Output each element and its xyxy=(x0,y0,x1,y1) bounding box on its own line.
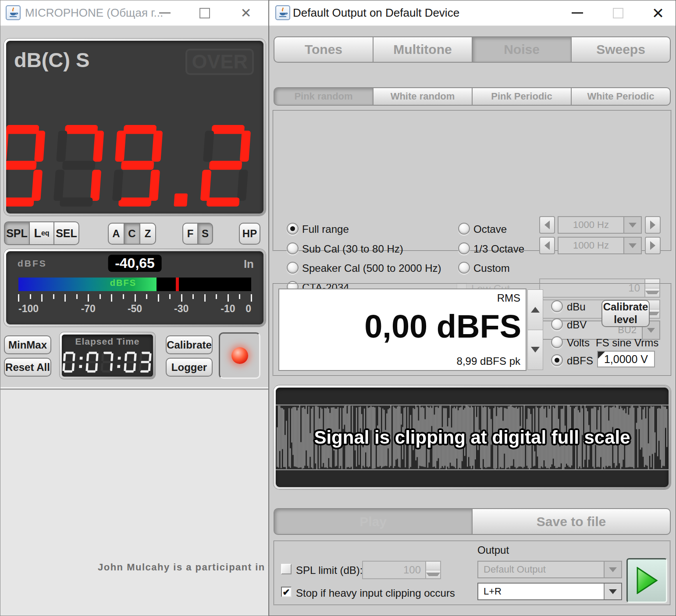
meter-tick-labels: -100 -70 -50 -30 -10 0 xyxy=(18,303,251,314)
stop-clipping-checkbox[interactable]: ✔ xyxy=(281,587,292,597)
dropdown-arrow-icon[interactable] xyxy=(604,584,621,599)
spinner-up-icon xyxy=(531,307,540,313)
third-octave-radio[interactable] xyxy=(458,242,470,254)
third-octave-freq-next-button[interactable] xyxy=(645,237,661,254)
save-to-file-button[interactable]: Save to file xyxy=(472,508,671,535)
spl-limit-spinner[interactable] xyxy=(425,562,440,578)
check-icon: ✔ xyxy=(282,588,290,597)
tab-tones[interactable]: Tones xyxy=(274,36,374,63)
fast-button[interactable]: F xyxy=(182,223,198,245)
dbfs-radio[interactable] xyxy=(551,354,563,366)
fs-sine-vrms-field[interactable]: 1,0000 V xyxy=(597,351,655,367)
elapsed-time-display xyxy=(62,351,153,373)
subtab-white-random[interactable]: White random xyxy=(373,87,473,106)
rms-mode-label: RMS xyxy=(497,292,520,304)
close-icon: ✕ xyxy=(652,6,665,21)
play-button[interactable]: Play xyxy=(274,508,473,535)
octave-freq-combo[interactable]: 1000 Hz xyxy=(558,216,642,234)
third-octave-freq-combo[interactable]: 1000 Hz xyxy=(558,237,642,254)
speaker-cal-radio[interactable] xyxy=(287,262,299,274)
generator-play-button[interactable] xyxy=(626,558,667,603)
tab-multitone[interactable]: Multitone xyxy=(373,36,473,63)
output-device-combo[interactable]: Default Output xyxy=(477,561,622,578)
spl-titlebar[interactable]: MICROPHONE (Общая г... ✕ xyxy=(0,0,268,26)
desktop: MICROPHONE (Общая г... ✕ dB(C) S OVER SP… xyxy=(0,0,676,616)
generator-window-title: Default Output on Default Device xyxy=(293,0,459,25)
sel-mode-button[interactable]: SEL xyxy=(53,221,79,245)
meter-peak-indicator xyxy=(176,278,179,291)
spl-limit-label: SPL limit (dB): xyxy=(296,564,363,577)
subtab-pink-periodic[interactable]: Pink Periodic xyxy=(472,87,572,106)
c-weighting-button[interactable]: C xyxy=(124,223,140,245)
tab-noise[interactable]: Noise xyxy=(472,36,572,63)
elapsed-time-label: Elapsed Time xyxy=(62,336,153,347)
meter-bar-label: dBFS xyxy=(110,278,136,288)
java-app-icon xyxy=(275,5,290,20)
dropdown-arrow-icon[interactable] xyxy=(623,238,641,253)
spl-close-button[interactable]: ✕ xyxy=(236,0,256,25)
a-weighting-button[interactable]: A xyxy=(108,223,125,245)
right-arrow-icon xyxy=(650,221,655,229)
calibrate-level-button[interactable]: Calibratelevel xyxy=(601,300,650,327)
dropdown-arrow-icon[interactable] xyxy=(623,217,641,233)
minmax-button[interactable]: MinMax xyxy=(4,335,51,354)
signal-type-tabs: Tones Multitone Noise Sweeps xyxy=(274,36,671,63)
spl-meter-window: MICROPHONE (Общая г... ✕ dB(C) S OVER SP… xyxy=(0,0,269,616)
dropdown-arrow-icon[interactable] xyxy=(604,562,621,577)
generator-window: Default Output on Default Device ✕ Tones… xyxy=(269,0,676,616)
java-app-icon xyxy=(6,5,21,20)
speed-group: F S xyxy=(182,223,213,245)
full-range-radio[interactable] xyxy=(287,223,299,235)
response-mode-group: SPL Leq SEL xyxy=(4,221,79,245)
level-spinner[interactable] xyxy=(527,289,543,370)
custom-radio[interactable] xyxy=(458,262,470,274)
octave-freq-prev-button[interactable] xyxy=(539,216,555,234)
level-panel: RMS 0,00 dBFS 8,99 dBFS pk dBu dBV Volts… xyxy=(273,283,672,376)
sub-cal-radio[interactable] xyxy=(287,242,299,254)
meter-ticks xyxy=(18,294,251,302)
leq-mode-button[interactable]: Leq xyxy=(29,221,54,245)
subtab-pink-random[interactable]: Pink random xyxy=(274,87,374,106)
subtab-white-periodic[interactable]: White Periodic xyxy=(571,87,671,106)
spl-window-title: MICROPHONE (Общая г... xyxy=(25,0,163,25)
octave-freq-next-button[interactable] xyxy=(645,216,661,234)
octave-radio[interactable] xyxy=(458,223,470,235)
dbu-radio[interactable] xyxy=(551,300,563,312)
spl-control-panel: dB(C) S OVER SPL Leq SEL A C Z F S xyxy=(0,26,268,390)
fs-sine-vrms-label: FS sine Vrms xyxy=(596,337,658,349)
calibrate-button[interactable]: Calibrate xyxy=(166,335,213,354)
output-panel: Output SPL limit (dB): 100 ✔ Stop if hea… xyxy=(274,541,671,605)
third-octave-freq-prev-button[interactable] xyxy=(539,237,555,254)
waveform-frame: Signal is clipping at digital full scale xyxy=(274,385,671,489)
playback-buttons: Play Save to file xyxy=(274,508,671,535)
high-pass-button[interactable]: HP xyxy=(239,223,260,245)
spl-display-frame: dB(C) S OVER xyxy=(4,39,266,216)
spl-value-display xyxy=(6,125,256,207)
spl-minimize-button[interactable] xyxy=(155,0,175,25)
volts-radio[interactable] xyxy=(551,336,563,348)
generator-close-button[interactable]: ✕ xyxy=(648,0,668,25)
waveform-display: Signal is clipping at digital full scale xyxy=(276,388,669,487)
reset-all-button[interactable]: Reset All xyxy=(4,358,51,377)
full-range-label: Full range xyxy=(302,223,349,235)
spl-mode-button[interactable]: SPL xyxy=(4,221,30,245)
slow-button[interactable]: S xyxy=(197,223,213,245)
logger-button[interactable]: Logger xyxy=(166,358,213,377)
spl-limit-checkbox[interactable] xyxy=(281,564,292,574)
generator-minimize-button[interactable] xyxy=(567,0,587,25)
dbv-label: dBV xyxy=(567,319,587,331)
clipping-warning-text: Signal is clipping at digital full scale xyxy=(314,427,630,448)
speaker-cal-label: Speaker Cal (500 to 2000 Hz) xyxy=(302,262,441,274)
record-button[interactable] xyxy=(219,332,260,379)
tab-sweeps[interactable]: Sweeps xyxy=(571,36,671,63)
dbv-radio[interactable] xyxy=(551,318,563,330)
generator-titlebar[interactable]: Default Output on Default Device ✕ xyxy=(269,0,676,26)
spl-window-body: John Mulcahy is a participant in the Ama xyxy=(0,390,268,616)
spl-maximize-button[interactable] xyxy=(195,0,215,25)
output-channel-combo[interactable]: L+R xyxy=(477,583,622,600)
edit-corner-icon xyxy=(598,352,605,359)
generator-maximize-button[interactable] xyxy=(608,0,628,25)
z-weighting-button[interactable]: Z xyxy=(139,223,156,245)
spl-mode-label: dB(C) S xyxy=(14,48,89,72)
spl-limit-field[interactable]: 100 xyxy=(362,561,441,579)
